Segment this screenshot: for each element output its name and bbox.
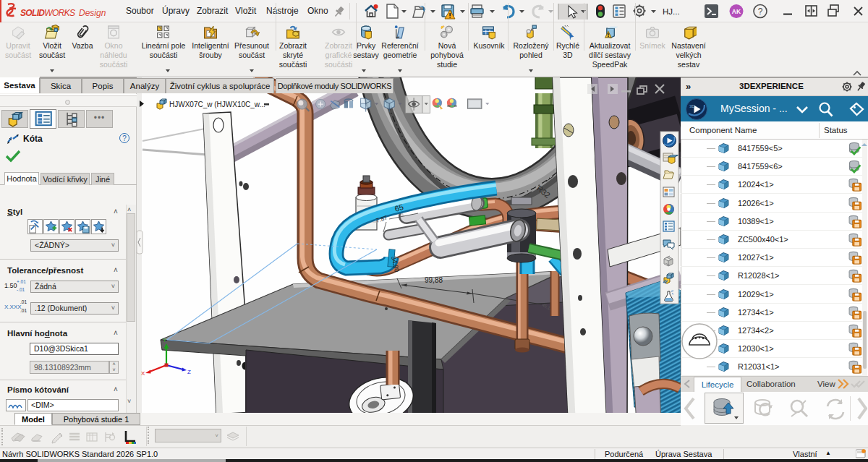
svg-text:Design: Design [79, 8, 106, 18]
svg-text:AK: AK [732, 8, 741, 15]
svg-text:99,88: 99,88 [425, 276, 443, 284]
svg-text:X: X [141, 370, 145, 377]
svg-text:SOLIDWORKS: SOLIDWORKS [20, 8, 75, 18]
svg-text:?: ? [758, 7, 763, 17]
svg-text:HJ...: HJ... [663, 7, 680, 16]
svg-text:3D: 3D [689, 104, 695, 108]
svg-text:Y: Y [163, 337, 167, 343]
svg-text:HJWX07C_w (HJWX10C_w...: HJWX07C_w (HJWX10C_w... [169, 100, 265, 108]
svg-text:Z: Z [187, 369, 191, 375]
